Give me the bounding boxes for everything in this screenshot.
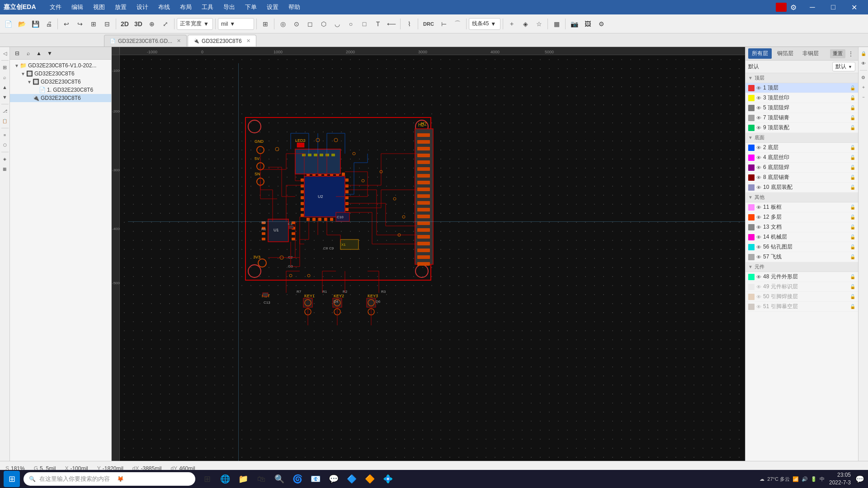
layer-lock-13[interactable]: 🔓: [850, 225, 855, 230]
taskbar-store[interactable]: 🛍: [253, 471, 269, 487]
tree-node-3[interactable]: 📄 1. GD32E230C8T6: [10, 86, 111, 94]
via-button[interactable]: ⊙: [290, 18, 303, 30]
pad-button[interactable]: ◻: [304, 18, 316, 30]
tab-close-pcb[interactable]: ✕: [246, 38, 250, 44]
menu-edit[interactable]: 编辑: [67, 1, 88, 13]
measure-button[interactable]: ⟵: [385, 18, 398, 30]
layer-panel-menu-button[interactable]: ⋮: [846, 49, 855, 58]
layer-mgr-button[interactable]: ▦: [0, 164, 9, 174]
battery-icon[interactable]: 🔋: [811, 476, 817, 482]
undo-button[interactable]: ↩: [60, 18, 73, 30]
taskbar-search-app[interactable]: 🔍: [271, 471, 288, 487]
unit-dropdown[interactable]: mil ▼: [218, 18, 254, 30]
rect-button[interactable]: □: [358, 18, 371, 30]
layer-tab-all[interactable]: 所有层: [748, 48, 772, 59]
layer-group-other[interactable]: ▼ 其他: [745, 192, 858, 202]
canvas-area[interactable]: -1000 0 1000 2000 3000 4000 5000 -1000 -…: [112, 47, 745, 461]
add-track-button[interactable]: ＋: [505, 18, 518, 30]
layer-item-1[interactable]: 👁 1 顶层 🔓: [745, 83, 858, 93]
filter-icon-btn[interactable]: ⊟: [13, 49, 22, 58]
text-button[interactable]: T: [372, 18, 384, 30]
maximize-button[interactable]: □: [823, 0, 844, 14]
layer-lock-3[interactable]: 🔓: [850, 95, 855, 100]
tab-close-schematic[interactable]: ✕: [177, 38, 181, 44]
layer-lock-48[interactable]: 🔓: [850, 274, 855, 279]
layer-vis-10[interactable]: 👁: [756, 185, 761, 190]
redo-button[interactable]: ↪: [74, 18, 86, 30]
track-width-dropdown[interactable]: 线条45 ▼: [469, 18, 500, 30]
input-method[interactable]: 中: [820, 476, 825, 483]
taskbar-mail[interactable]: 📧: [307, 471, 324, 487]
prop-button[interactable]: ≡: [0, 131, 9, 140]
layer-vis-4[interactable]: 👁: [756, 155, 761, 160]
layer-vis-12[interactable]: 👁: [756, 215, 761, 220]
route-button[interactable]: ⌇: [403, 18, 415, 30]
layer-item-9[interactable]: 👁 9 顶层装配 🔓: [745, 123, 858, 133]
menu-export[interactable]: 导出: [219, 1, 240, 13]
drc-button[interactable]: DRC: [420, 18, 437, 30]
layer-tab-noncopper[interactable]: 非铜层: [799, 48, 822, 59]
layer-vis-48[interactable]: 👁: [756, 274, 761, 280]
ratsnest-button[interactable]: ◎: [277, 18, 289, 30]
pcb-canvas[interactable]: H2: [120, 55, 745, 461]
layer-vis-50[interactable]: 👁: [756, 294, 761, 300]
bom-button[interactable]: 📋: [0, 117, 9, 126]
layer-lock-11[interactable]: 🔓: [850, 205, 855, 210]
start-button[interactable]: ⊞: [4, 471, 20, 487]
layer-lock-56[interactable]: 🔓: [850, 244, 855, 249]
taskbar-clock[interactable]: 23:05 2022-7-3: [829, 471, 851, 487]
new-button[interactable]: 📄: [2, 18, 14, 30]
snap-line-button[interactable]: ⌒: [451, 18, 464, 30]
layer-vis-11[interactable]: 👁: [756, 205, 761, 210]
layer-lock-4[interactable]: 🔓: [850, 155, 855, 160]
tree-node-1[interactable]: ▼ 🔲 GD32E230C8T6: [10, 70, 111, 78]
layer-item-6[interactable]: 👁 6 底层阻焊 🔓: [745, 163, 858, 173]
search-small-button[interactable]: ⌕: [0, 73, 9, 82]
layer-lock-2[interactable]: 🔓: [850, 145, 855, 150]
taskbar-task-view[interactable]: ⊞: [199, 471, 215, 487]
panel-toggle-button[interactable]: ◁: [0, 49, 9, 58]
menu-design[interactable]: 设计: [132, 1, 153, 13]
polygon-button[interactable]: ⬡: [317, 18, 330, 30]
layer-vis-2[interactable]: 👁: [756, 145, 761, 150]
layer-lock-49[interactable]: 🔓: [850, 284, 855, 289]
tree-toggle-1[interactable]: ▼: [20, 71, 26, 76]
layer-item-13[interactable]: 👁 13 文档 🔓: [745, 222, 858, 232]
layer-vis-56[interactable]: 👁: [756, 244, 761, 250]
layer-item-4[interactable]: 👁 4 底层丝印 🔓: [745, 153, 858, 163]
close-button[interactable]: ✕: [844, 0, 864, 14]
up-icon-btn[interactable]: ▲: [34, 49, 43, 58]
menu-order[interactable]: 下单: [241, 1, 261, 13]
tab-pcb[interactable]: 🔌 GD32E230C8T6 ✕: [188, 35, 256, 47]
layer-item-3[interactable]: 👁 3 顶层丝印 🔓: [745, 93, 858, 103]
layer-item-12[interactable]: 👁 12 多层 🔓: [745, 212, 858, 222]
layer-item-51[interactable]: 👁 51 引脚暴空层 🔓: [745, 302, 858, 312]
layer-lock-10[interactable]: 🔓: [850, 185, 855, 190]
snap-button[interactable]: ⊕: [146, 18, 158, 30]
minimize-button[interactable]: ─: [802, 0, 823, 14]
layer-vis-all-button[interactable]: 👁: [859, 59, 868, 68]
menu-route[interactable]: 布线: [154, 1, 175, 13]
circle-button[interactable]: ○: [344, 18, 357, 30]
sound-icon[interactable]: 🔊: [802, 476, 808, 482]
taskbar-explorer[interactable]: 📁: [235, 471, 251, 487]
layer-item-49[interactable]: 👁 49 元件标识层 🔓: [745, 282, 858, 292]
layer-lock-7[interactable]: 🔓: [850, 115, 855, 120]
taskbar-app3[interactable]: 💠: [380, 471, 396, 487]
taskbar-chat[interactable]: 💬: [326, 471, 342, 487]
prev-button[interactable]: ▲: [0, 83, 9, 92]
layer-vis-1[interactable]: 👁: [756, 85, 761, 91]
menu-tools[interactable]: 工具: [197, 1, 218, 13]
tree-toggle-root[interactable]: ▼: [14, 63, 20, 68]
view-2d-button[interactable]: 2D: [118, 18, 131, 30]
layer-vis-8[interactable]: 👁: [756, 175, 761, 180]
notification-icon[interactable]: 💬: [855, 475, 864, 483]
layer-item-5[interactable]: 👁 5 顶层阻焊 🔓: [745, 103, 858, 113]
layer-vis-7[interactable]: 👁: [756, 115, 761, 121]
config-button[interactable]: ⚙: [595, 18, 608, 30]
layer-settings-button[interactable]: ⚙: [859, 73, 868, 82]
layer-lock-all-button[interactable]: 🔒: [859, 49, 868, 58]
save-button[interactable]: 💾: [29, 18, 42, 30]
layer-lock-14[interactable]: 🔓: [850, 235, 855, 239]
layer-item-50[interactable]: 👁 50 引脚焊接层 🔓: [745, 292, 858, 302]
